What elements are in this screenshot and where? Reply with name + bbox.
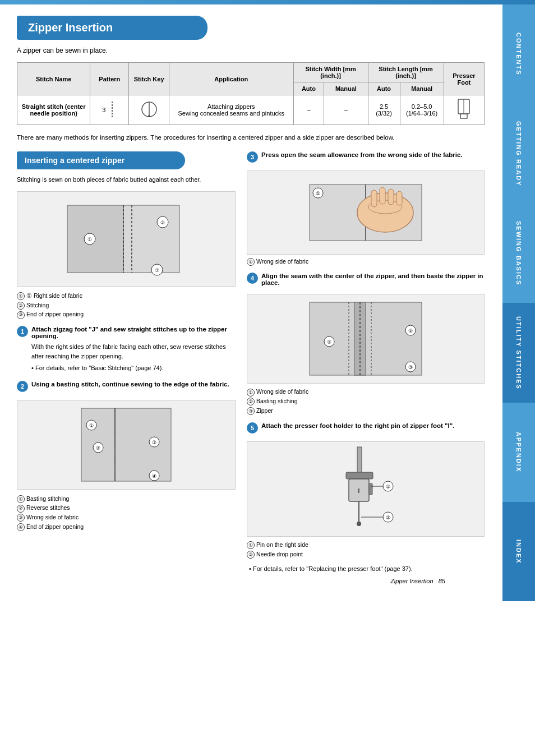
step-1-bullet: • For details, refer to "Basic Stitching… [31,363,236,373]
svg-text:①: ① [327,339,331,345]
svg-text:②: ② [160,220,165,225]
diagram-1-label-1: ①① Right side of fabric [17,291,236,301]
sidebar-utility-stitches[interactable]: UTILITY STITCHES [502,303,535,402]
diagram-2-label-3: ③Wrong side of fabric [17,513,236,522]
cell-stitch-key [129,95,169,125]
diagram-5-svg: I ① ② [315,444,416,534]
stitch-key-icon [140,99,158,119]
step-2-title: Using a basting stitch, continue sewing … [31,381,229,388]
left-column: Inserting a centered zipper Stitching is… [17,151,236,572]
svg-rect-53 [369,483,372,495]
cell-sw-auto: – [293,95,324,125]
col-presser-foot: Presser Foot [444,63,484,95]
cell-presser-foot [444,95,484,125]
svg-text:②: ② [386,515,390,520]
col-sl-manual: Manual [400,82,444,95]
svg-text:①: ① [89,423,94,428]
sidebar-getting-ready-label: GETTING READY [515,121,522,186]
svg-text:③: ③ [152,440,156,445]
d5-label-1: ①Pin on the right side [247,540,485,550]
step-1-number: 1 [17,326,28,337]
step-5-bullet: • For details, refer to "Replacing the p… [249,565,485,572]
d4-label-1: ①Wrong side of fabric [247,387,485,397]
col-pattern: Pattern [90,63,129,95]
diagram-2-label-4: ④End of zipper opening [17,522,236,532]
presser-foot-icon [454,98,474,121]
svg-rect-6 [460,114,467,118]
diagram-2-label-2: ②Reverse stitches [17,503,236,513]
diagram-1-label-3: ③End of zipper opening [17,310,236,319]
step-2-header: 2 Using a basting stitch, continue sewin… [17,381,236,392]
cell-pattern: 3 [90,95,129,125]
diagram-2: ① ② ③ ④ [17,400,236,490]
svg-point-3 [148,115,150,117]
diagram-4-svg: ① ② ③ [298,297,433,381]
step-4-header: 4 Align the seam with the center of the … [247,273,485,286]
diagram-2-labels: ①Basting stitching ②Reverse stitches ③Wr… [17,494,236,532]
step-2: 2 Using a basting stitch, continue sewin… [17,381,236,392]
sidebar-contents-label: CONTENTS [515,33,522,76]
step-4-number: 4 [247,273,258,284]
svg-rect-50 [346,472,373,479]
step-3-title: Press open the seam allowance from the w… [261,151,463,158]
step-4: 4 Align the seam with the center of the … [247,273,485,286]
step-1-header: 1 Attach zigzag foot "J" and sew straigh… [17,326,236,339]
col-sl-auto: Auto [368,82,400,95]
pattern-number: 3 [102,107,105,113]
cell-sw-manual: – [324,95,368,125]
svg-text:③: ③ [155,268,159,273]
diagram-5-labels: ①Pin on the right side ②Needle drop poin… [247,540,485,559]
diagram-2-svg: ① ② ③ ④ [64,403,188,487]
svg-text:①: ① [87,237,92,242]
step-1: 1 Attach zigzag foot "J" and sew straigh… [17,326,236,373]
top-bar [0,0,535,4]
svg-rect-49 [357,447,362,475]
diagram-5: I ① ② [247,441,485,537]
diagram-1-svg: ① ② ③ [62,194,191,284]
cell-application: Attaching zippersSewing concealed seams … [169,95,293,125]
col-stitch-width: Stitch Width [mm (inch.)] [293,63,368,82]
cell-sl-manual: 0.2–5.0(1/64–3/16) [400,95,444,125]
pattern-icon [108,102,117,118]
page-footer-text: Zipper Insertion 85 [390,578,445,584]
sidebar-getting-ready[interactable]: GETTING READY [502,104,535,203]
step-5-number: 5 [247,422,258,434]
page-subtitle: A zipper can be sewn in place. [17,47,485,54]
col-stitch-name: Stitch Name [17,63,90,95]
svg-rect-34 [388,189,394,205]
step-3-number: 3 [247,151,258,163]
diagram-3-label: ①Wrong side of fabric [247,258,485,266]
page-title: Zipper Insertion [17,16,207,40]
col-stitch-length: Stitch Length [mm (inch.)] [368,63,444,82]
col-sw-auto: Auto [293,82,324,95]
two-col-layout: Inserting a centered zipper Stitching is… [17,151,485,572]
svg-point-55 [357,522,361,526]
col-sw-manual: Manual [324,82,368,95]
sidebar-sewing-basics[interactable]: SEWING BASICS [502,204,535,303]
svg-text:②: ② [96,445,100,451]
diagram-3: ① [247,170,485,255]
sidebar-appendix[interactable]: APPENDIX [502,403,535,502]
sidebar-utility-stitches-label: UTILITY STITCHES [515,316,522,390]
sidebar-contents[interactable]: CONTENTS [502,4,535,104]
section-description: Stitching is sewn on both pieces of fabr… [17,175,236,185]
stitch-table: Stitch Name Pattern Stitch Key Applicati… [17,62,485,125]
step-1-content: With the right sides of the fabric facin… [31,342,236,373]
main-content: Zipper Insertion A zipper can be sewn in… [0,4,501,601]
sidebar-index[interactable]: INDEX [502,502,535,601]
diagram-1: ① ② ③ [17,191,236,287]
sidebar-sewing-basics-label: SEWING BASICS [515,221,522,285]
svg-text:①: ① [386,484,390,490]
col-application: Application [169,63,293,95]
step-4-title: Align the seam with the center of the zi… [261,273,485,286]
sidebar-appendix-label: APPENDIX [515,432,522,472]
svg-text:②: ② [408,328,413,334]
step-5-header: 5 Attach the presser foot holder to the … [247,422,485,434]
svg-text:①: ① [316,191,320,196]
svg-text:I: I [358,488,360,494]
diagram-2-label-1: ①Basting stitching [17,494,236,504]
step-5: 5 Attach the presser foot holder to the … [247,422,485,434]
svg-rect-33 [380,187,385,204]
section-title: Inserting a centered zipper [17,151,185,169]
step-5-title: Attach the presser foot holder to the ri… [261,422,454,429]
